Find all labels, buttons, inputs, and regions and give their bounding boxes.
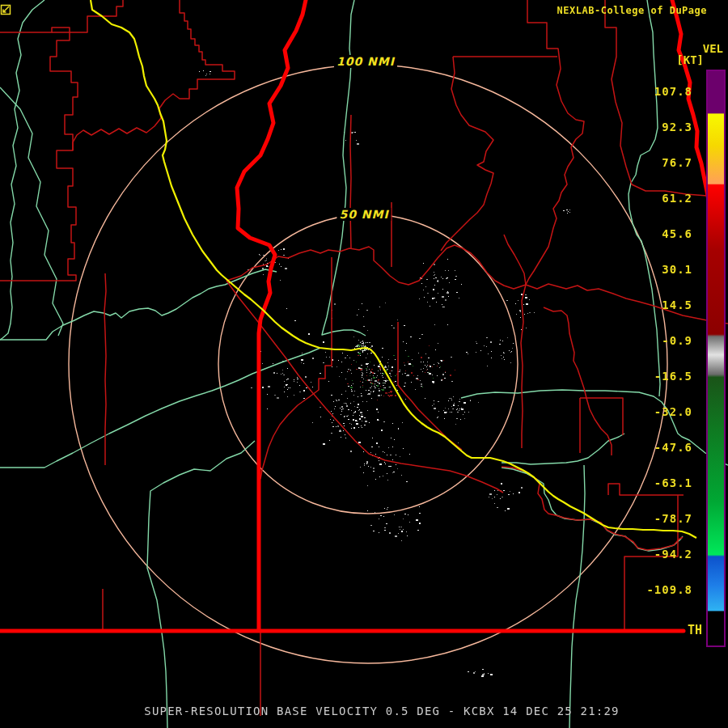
county-line <box>0 28 78 281</box>
interstate-84-line <box>91 0 696 538</box>
road-line <box>502 434 624 464</box>
cod-logo-icon <box>0 4 11 15</box>
range-ring-100nmi <box>69 65 667 663</box>
road-line <box>322 0 366 336</box>
colorbar-tick: 76.7 <box>620 156 692 169</box>
county-line <box>580 398 623 453</box>
threshold-label: TH <box>688 623 702 637</box>
colorbar-tick: -47.6 <box>620 441 692 454</box>
range-ring-label-100nmi: 100 NMI <box>334 55 397 68</box>
range-ring-label-50nmi: 50 NMI <box>336 208 391 221</box>
state-border-northeast <box>672 0 710 212</box>
range-ring-50nmi <box>218 214 518 514</box>
legend-unit: [KT] <box>676 53 704 66</box>
colorbar-tick: 30.1 <box>620 263 692 276</box>
velocity-colorbar-gradient <box>708 71 724 645</box>
road-line <box>0 87 63 336</box>
colorbar-tick: -78.7 <box>620 512 692 525</box>
county-line <box>398 322 462 450</box>
range-rings <box>69 65 667 663</box>
road-line <box>569 465 585 728</box>
county-line <box>441 57 493 251</box>
county-line <box>350 115 351 248</box>
colorbar-tick: 92.3 <box>620 121 692 133</box>
colorbar-tick: 107.8 <box>620 85 692 98</box>
road-line <box>461 390 728 465</box>
county-line <box>544 307 612 455</box>
county-line <box>104 273 106 465</box>
colorbar-tick: 61.2 <box>620 192 692 205</box>
colorbar-tick: -32.0 <box>620 405 692 418</box>
colorbar-tick: 45.6 <box>620 227 692 240</box>
radar-display: NEXLAB-College of DuPage VEL [KT] 107.8 … <box>0 0 728 728</box>
state-border-snake-river <box>237 0 306 630</box>
colorbar-tick: 14.5 <box>620 298 692 311</box>
county-line <box>521 285 526 448</box>
road-line <box>0 0 44 340</box>
colorbar-tick: -0.9 <box>620 334 692 347</box>
county-line <box>504 235 526 285</box>
map-layer <box>0 0 728 728</box>
road-line <box>147 441 255 728</box>
road-line <box>0 348 320 468</box>
legend-title: VEL <box>703 42 723 55</box>
secondary-roads <box>0 0 728 728</box>
road-line <box>0 269 277 340</box>
county-line <box>226 281 503 493</box>
county-boundaries <box>0 0 728 716</box>
county-line <box>526 0 584 285</box>
colorbar-tick: -63.1 <box>620 476 692 489</box>
product-caption: SUPER-RESOLUTION BASE VELOCITY 0.5 DEG -… <box>144 705 619 717</box>
state-boundaries <box>0 0 710 631</box>
velocity-colorbar <box>706 70 726 647</box>
highways <box>91 0 696 538</box>
brand-title: NEXLAB-College of DuPage <box>557 5 707 16</box>
county-line <box>73 0 235 150</box>
colorbar-tick: -109.8 <box>620 583 692 596</box>
colorbar-tick: -16.5 <box>620 370 692 383</box>
colorbar-tick: -94.2 <box>620 548 692 561</box>
